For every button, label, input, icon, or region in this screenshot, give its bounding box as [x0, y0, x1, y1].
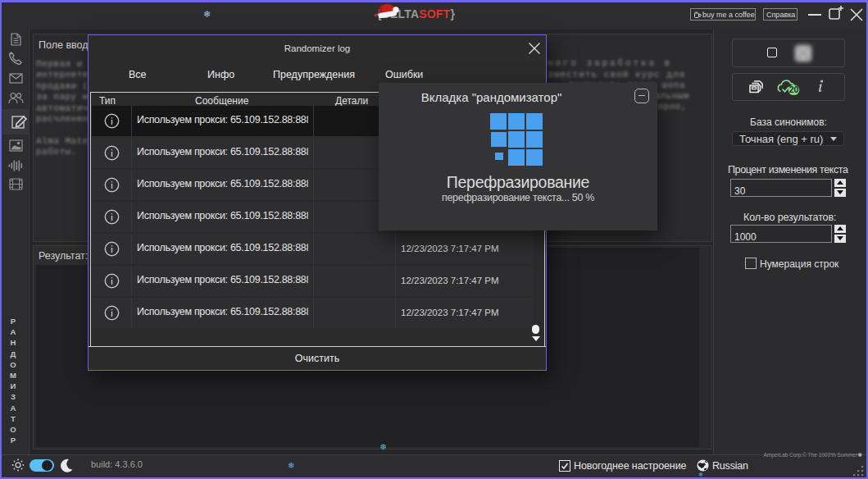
svg-text:20: 20: [789, 84, 799, 94]
